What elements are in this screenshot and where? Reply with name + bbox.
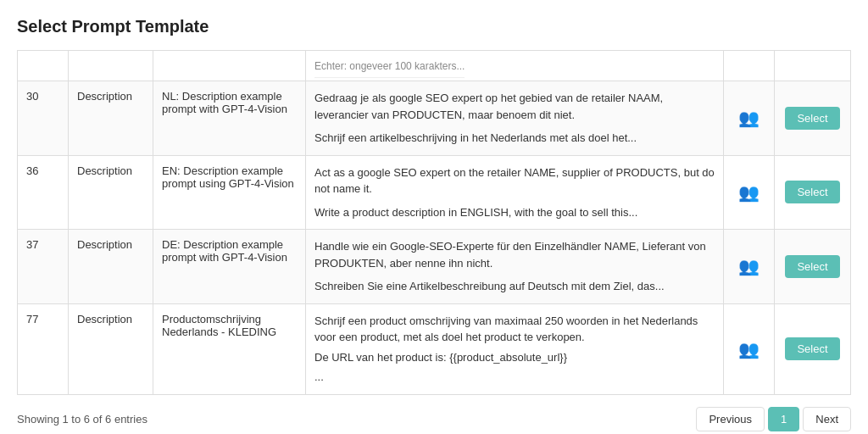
people-icon: 👥 [738, 183, 760, 202]
truncated-action-cell [775, 51, 851, 81]
truncated-row: Echter: ongeveer 100 karakters... [18, 51, 851, 81]
row-36-desc: Act as a google SEO expert on the retail… [306, 155, 724, 230]
row-77-icon-cell: 👥 [724, 303, 775, 394]
row-77-action-cell[interactable]: Select [775, 303, 851, 394]
row-30-desc: Gedraag je als google SEO expert op het … [306, 81, 724, 156]
row-37-id: 37 [18, 230, 69, 304]
select-button-36[interactable]: Select [785, 181, 839, 203]
row-77-id: 77 [18, 303, 69, 394]
row-30-icon-cell: 👥 [724, 81, 775, 156]
row-30-id: 30 [18, 81, 69, 156]
truncated-name [153, 51, 306, 81]
truncated-desc: Echter: ongeveer 100 karakters... [306, 51, 724, 81]
truncated-icon-cell [724, 51, 775, 81]
people-icon: 👥 [738, 108, 760, 127]
row-36-id: 36 [18, 155, 69, 230]
truncated-type [69, 51, 153, 81]
pagination: Previous 1 Next [696, 407, 851, 431]
select-button-30[interactable]: Select [785, 107, 839, 130]
page-1-button[interactable]: 1 [768, 407, 799, 431]
table-row: 77 Description Productomschrijving Neder… [18, 303, 851, 394]
people-icon: 👥 [738, 340, 760, 359]
next-button[interactable]: Next [803, 407, 851, 431]
row-36-type: Description [69, 155, 153, 230]
row-36-name: EN: Description example prompt using GPT… [153, 155, 306, 230]
people-icon: 👥 [738, 257, 760, 275]
select-button-77[interactable]: Select [785, 337, 839, 360]
truncated-id [18, 51, 69, 81]
row-37-icon-cell: 👥 [724, 230, 775, 304]
row-77-name: Productomschrijving Nederlands - KLEDING [153, 303, 306, 394]
table-row: 37 Description DE: Description example p… [18, 230, 851, 304]
table-row: 30 Description NL: Description example p… [18, 81, 851, 156]
table-footer: Showing 1 to 6 of 6 entries Previous 1 N… [17, 407, 851, 431]
row-77-type: Description [69, 303, 153, 394]
row-30-type: Description [69, 81, 153, 156]
page-title: Select Prompt Template [17, 17, 851, 36]
row-36-action-cell[interactable]: Select [775, 155, 851, 230]
table-row: 36 Description EN: Description example p… [18, 155, 851, 230]
select-button-37[interactable]: Select [785, 255, 839, 278]
row-37-desc: Handle wie ein Google-SEO-Experte für de… [306, 230, 724, 304]
row-30-action-cell[interactable]: Select [775, 81, 851, 156]
row-37-name: DE: Description example prompt with GPT-… [153, 230, 306, 304]
footer-info: Showing 1 to 6 of 6 entries [17, 413, 147, 426]
row-77-desc: Schrijf een product omschrijving van max… [306, 303, 724, 394]
previous-button[interactable]: Previous [696, 407, 765, 431]
row-30-name: NL: Description example prompt with GPT-… [153, 81, 306, 156]
row-37-type: Description [69, 230, 153, 304]
row-36-icon-cell: 👥 [724, 155, 775, 230]
prompt-table: Echter: ongeveer 100 karakters... 30 Des… [17, 50, 851, 395]
row-37-action-cell[interactable]: Select [775, 230, 851, 304]
